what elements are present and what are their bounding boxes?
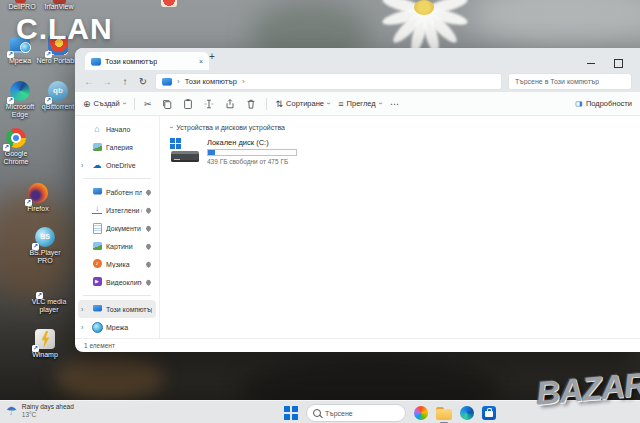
share-icon[interactable] (224, 98, 236, 110)
drive-item-local-disk-c[interactable]: Локален диск (C:) 439 ГБ свободни от 475… (170, 138, 640, 165)
sidebar-item-home[interactable]: ⌂ Начало (78, 120, 156, 138)
address-bar[interactable]: › Този компютър › (155, 73, 502, 90)
chevron-down-icon: › (376, 102, 383, 104)
taskbar-search-input[interactable]: Търсене (306, 404, 406, 422)
sidebar-item-network[interactable]: › Мрежа (78, 318, 156, 336)
background-light-blur (470, 0, 640, 50)
cut-icon[interactable]: ✂ (144, 99, 152, 109)
chevron-right-icon[interactable]: › (81, 306, 83, 313)
sidebar-item-label: Видеоклипо (106, 279, 142, 286)
tab-this-pc[interactable]: Този компютър × (85, 52, 209, 70)
desktop-icon-google-chrome[interactable]: ↗ Google Chrome (0, 127, 39, 166)
content-area: › Устройства и дискови устройства Локале… (160, 116, 640, 338)
desktop-icon-label: BS.Player PRO (22, 249, 68, 265)
refresh-button[interactable]: ↻ (137, 76, 149, 87)
chevron-down-icon: › (168, 126, 175, 128)
close-tab-icon[interactable]: × (199, 58, 203, 65)
microsoft-store-icon[interactable] (482, 406, 496, 420)
sidebar-item-downloads[interactable]: ↓ Изтеглени ф (78, 201, 156, 219)
desktop-icon-label: IrfanView (36, 3, 82, 11)
videos-icon: ▶ (92, 277, 102, 287)
shortcut-arrow-icon: ↗ (45, 51, 52, 58)
sidebar-item-desktop[interactable]: Работен пло (78, 183, 156, 201)
start-button[interactable] (284, 406, 298, 420)
sidebar-item-label: Картини (106, 243, 142, 250)
pictures-icon (92, 241, 102, 251)
more-options-button[interactable]: ⋯ (390, 99, 399, 109)
desktop-icon-irfanview[interactable]: IrfanView (36, 2, 82, 11)
search-input[interactable]: Търсене в Този компютър (508, 73, 632, 90)
delete-icon[interactable] (245, 98, 257, 110)
desktop-icon-firefox[interactable]: ↗ Firefox (15, 182, 61, 213)
desktop-icon-label: Winamp (22, 351, 68, 359)
chevron-right-icon[interactable]: › (81, 162, 83, 169)
tab-bar: Този компютър × + (75, 48, 640, 70)
desktop-icon-bsplayer[interactable]: BS ↗ BS.Player PRO (22, 226, 68, 265)
chevron-right-icon[interactable]: › (81, 324, 83, 331)
item-count: 1 елемент (84, 342, 115, 349)
new-button[interactable]: ⊕ Създай › (83, 99, 125, 109)
search-icon (313, 409, 321, 417)
status-bar: 1 елемент (75, 338, 640, 352)
breadcrumb[interactable]: Този компютър (185, 77, 237, 86)
music-icon: ♪ (92, 259, 102, 269)
desktop-icon-vlc[interactable]: ↗ VLC media player (26, 275, 72, 314)
up-button[interactable]: ↑ (119, 76, 131, 87)
sidebar-item-music[interactable]: ♪ Музика (78, 255, 156, 273)
sidebar-item-documents[interactable]: Документи (78, 219, 156, 237)
navigation-bar: ← → ↑ ↻ › Този компютър › Търсене в Този… (75, 70, 640, 92)
file-explorer-taskbar-icon[interactable] (436, 407, 452, 420)
watermark-clan: C.LAN (16, 12, 113, 46)
details-pane-button[interactable]: Подробности (575, 98, 632, 110)
weather-text: Rainy days ahead (22, 403, 74, 411)
sidebar-item-gallery[interactable]: Галерия (78, 138, 156, 156)
sort-button[interactable]: ⇅ Сортиране › (276, 99, 330, 109)
divider (266, 98, 267, 110)
pin-icon (145, 224, 152, 231)
rename-icon[interactable] (203, 98, 215, 110)
section-header-label: Устройства и дискови устройства (176, 124, 285, 131)
sidebar-item-onedrive[interactable]: › ☁ OneDrive (78, 156, 156, 174)
pin-icon (145, 242, 152, 249)
shortcut-arrow-icon: ↗ (25, 199, 32, 206)
folder-front (436, 409, 452, 420)
computer-icon (91, 58, 101, 65)
desktop-icon-label: VLC media player (26, 298, 72, 314)
desktop-folder-icon (92, 187, 102, 197)
hard-drive-icon (170, 138, 200, 164)
sidebar-item-label: OneDrive (106, 162, 152, 169)
taskbar-weather-widget[interactable]: ☂ Rainy days ahead 13°C (6, 403, 74, 419)
cutoff-icon-top (161, 0, 177, 7)
edge-taskbar-icon[interactable] (460, 406, 474, 420)
shortcut-arrow-icon: ↗ (36, 292, 43, 299)
sidebar-item-this-pc[interactable]: › Този компютър (78, 300, 156, 318)
section-header-devices[interactable]: › Устройства и дискови устройства (170, 124, 640, 131)
back-button[interactable]: ← (83, 76, 95, 87)
view-button[interactable]: ≡ Преглед › (338, 99, 381, 109)
paste-icon[interactable] (182, 98, 194, 110)
shortcut-arrow-icon: ↗ (7, 51, 14, 58)
new-button-label: Създай (94, 99, 120, 108)
sidebar-item-label: Мрежа (106, 324, 152, 331)
minimize-button[interactable] (580, 54, 602, 66)
forward-button[interactable]: → (101, 76, 113, 87)
divider (134, 98, 135, 110)
sidebar-item-label: Галерия (106, 144, 152, 151)
shortcut-arrow-icon: ↗ (7, 97, 14, 104)
sidebar-item-pictures[interactable]: Картини (78, 237, 156, 255)
chevron-down-icon: › (325, 102, 332, 104)
maximize-button[interactable] (607, 54, 629, 66)
drive-usage-bar (207, 149, 297, 156)
new-tab-button[interactable]: + (209, 51, 215, 62)
sidebar-item-videos[interactable]: ▶ Видеоклипо (78, 273, 156, 291)
maximize-icon (614, 59, 623, 68)
documents-icon (92, 223, 102, 233)
copy-icon[interactable] (161, 98, 173, 110)
view-button-label: Преглед (347, 99, 376, 108)
minimize-icon (587, 63, 595, 64)
new-icon: ⊕ (83, 99, 91, 109)
copilot-icon[interactable] (414, 406, 428, 420)
navigation-pane: ⌂ Начало Галерия › ☁ OneDrive Работен пл… (75, 116, 160, 338)
chevron-down-icon: › (120, 102, 127, 104)
desktop-icon-winamp[interactable]: ↗ Winamp (22, 328, 68, 359)
